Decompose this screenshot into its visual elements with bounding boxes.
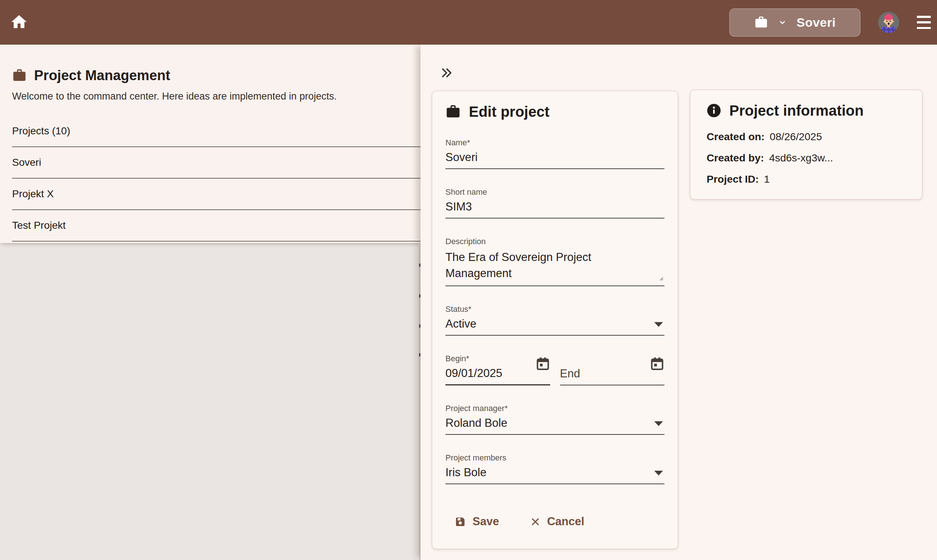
name-label: Name* [445, 138, 664, 148]
calendar-icon [536, 367, 550, 372]
info-card-title: Project information [729, 102, 864, 119]
cancel-button[interactable]: Cancel [530, 515, 584, 528]
chevron-down-icon [778, 18, 787, 27]
menu-button[interactable] [917, 16, 931, 29]
info-label: Project ID: [707, 173, 759, 185]
topbar: Soveri [0, 0, 937, 45]
double-chevron-right-icon [440, 74, 453, 79]
status-value[interactable]: Active [445, 317, 664, 335]
calendar-icon [650, 367, 664, 372]
description-field[interactable]: Description The Era of Sovereign Project… [445, 237, 664, 286]
project-members-label: Project members [445, 453, 664, 463]
info-value: 08/26/2025 [770, 131, 822, 142]
end-datepicker-toggle[interactable] [650, 356, 664, 372]
project-manager-select[interactable]: Project manager* Roland Bole [445, 404, 664, 435]
close-icon [530, 517, 540, 527]
projects-list: Projects (10) Soveri Projekt X Test Proj… [12, 115, 420, 242]
info-card-title-row: Project information [707, 90, 906, 119]
status-select[interactable]: Status* Active [445, 305, 664, 335]
short-name-input[interactable]: SIM3 [445, 200, 664, 218]
status-label: Status* [445, 305, 664, 314]
info-row-created-on: Created on:08/26/2025 [707, 126, 906, 147]
home-button[interactable] [9, 13, 29, 32]
cancel-button-label: Cancel [547, 515, 584, 528]
dropdown-arrow-icon[interactable] [654, 421, 663, 426]
date-row: Begin* 09/01/2025 [445, 354, 664, 385]
hamburger-menu-icon [917, 16, 931, 18]
project-info-card: Project information Created on:08/26/202… [690, 90, 922, 200]
page-title: Project Management [34, 67, 170, 84]
briefcase-icon [445, 104, 461, 119]
briefcase-icon [754, 15, 768, 29]
edit-card-title-row: Edit project [445, 91, 664, 120]
form-actions: Save Cancel [445, 515, 664, 528]
briefcase-icon [12, 68, 27, 83]
left-column: Project Management Welcome to the comman… [0, 45, 420, 560]
edit-card-title: Edit project [469, 103, 550, 120]
project-switcher-label: Soveri [797, 15, 836, 30]
user-avatar-image [878, 12, 899, 33]
begin-date-field[interactable]: Begin* 09/01/2025 [445, 354, 550, 385]
main-area: Project Management Welcome to the comman… [0, 45, 937, 560]
info-label: Created on: [707, 131, 764, 142]
project-list-item[interactable]: Projekt X [12, 178, 420, 210]
project-switcher-button[interactable]: Soveri [729, 8, 860, 37]
project-list-item[interactable]: Test Projekt [12, 210, 420, 242]
info-value: 1 [764, 173, 770, 185]
description-textarea[interactable]: The Era of Sovereign Project Management [445, 249, 658, 286]
end-date-field[interactable]: End [560, 354, 665, 385]
page-subtitle: Welcome to the command center. Here idea… [12, 90, 420, 103]
info-rows: Created on:08/26/2025 Created by:4sd6s-x… [707, 126, 906, 189]
project-manager-value[interactable]: Roland Bole [445, 416, 664, 434]
edit-project-card: Edit project Name* Soveri Short name SIM… [432, 91, 678, 549]
collapse-panel-button[interactable] [440, 67, 453, 79]
project-list-item[interactable]: Soveri [12, 147, 420, 178]
project-manager-label: Project manager* [445, 404, 664, 413]
info-row-created-by: Created by:4sd6s-xg3w... [707, 147, 906, 168]
short-name-label: Short name [445, 188, 664, 197]
description-label: Description [445, 237, 664, 246]
info-value: 4sd6s-xg3w... [769, 152, 833, 164]
app-window: Soveri [0, 0, 937, 560]
detail-pane: Edit project Name* Soveri Short name SIM… [420, 45, 937, 560]
projects-list-header: Projects (10) [12, 115, 420, 147]
short-name-field[interactable]: Short name SIM3 [445, 188, 664, 218]
name-input[interactable]: Soveri [445, 151, 664, 168]
save-button-label: Save [472, 515, 499, 528]
panel-title-row: Project Management [12, 45, 420, 84]
project-management-panel: Project Management Welcome to the comman… [0, 45, 420, 243]
end-date-input[interactable]: End [560, 354, 665, 385]
topbar-right-group: Soveri [729, 8, 931, 37]
dropdown-arrow-icon[interactable] [654, 322, 663, 327]
info-icon [707, 103, 721, 118]
dropdown-arrow-icon[interactable] [654, 471, 663, 475]
info-label: Created by: [707, 152, 764, 164]
begin-label: Begin* [445, 354, 550, 363]
begin-date-input[interactable]: 09/01/2025 [445, 366, 550, 384]
name-field[interactable]: Name* Soveri [445, 138, 664, 169]
begin-datepicker-toggle[interactable] [536, 356, 550, 372]
home-icon [10, 27, 28, 32]
resize-handle-icon[interactable] [658, 275, 664, 283]
save-icon [455, 516, 466, 528]
info-row-project-id: Project ID:1 [707, 168, 906, 189]
project-members-select[interactable]: Project members Iris Bole [445, 453, 664, 484]
save-button[interactable]: Save [455, 515, 499, 528]
project-members-value[interactable]: Iris Bole [445, 466, 664, 483]
avatar[interactable] [878, 12, 899, 33]
